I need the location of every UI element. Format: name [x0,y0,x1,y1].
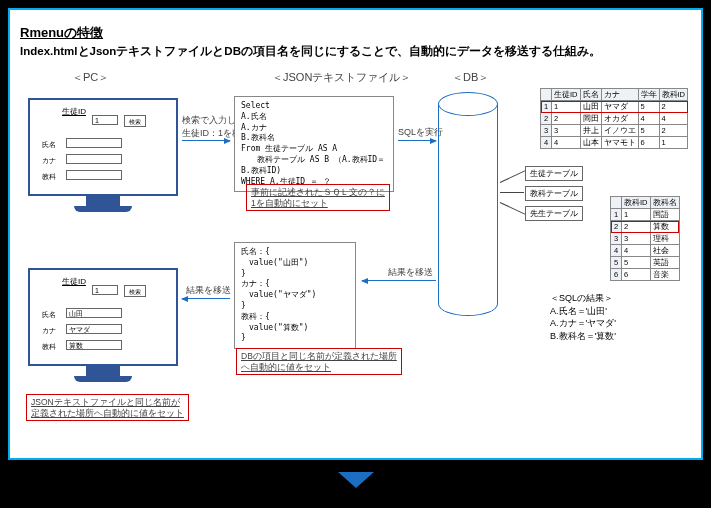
cell: 5 [638,101,659,113]
sql-box: Select A.氏名 A.カナ B.教科名 From 生徒テーブル AS A … [234,96,394,192]
json-box: 氏名：{ value("山田") } カナ：{ value("ヤマダ") } 教… [234,242,356,349]
cell: 4 [659,113,688,125]
code-line: From 生徒テーブル AS A [241,144,387,155]
field-label: 氏名 [42,140,56,150]
column-label-json: ＜JSONテキストファイル＞ [272,70,411,85]
code-line: カナ：{ [241,279,349,290]
code-line: value("算数") [241,323,349,334]
arrow-4-label: 結果を移送 [186,284,231,297]
cell: 4 [638,113,659,125]
arrow-2-label: SQLを実行 [398,126,443,139]
cell: 3 [552,125,581,137]
cell: ヤマモト [601,137,638,149]
pc-monitor-2: 生徒ID 1 検索 氏名 山田 カナ ヤマダ 教科 算数 [28,268,178,382]
col-header: 教科名 [650,197,679,209]
code-line: Select [241,101,387,112]
field-input[interactable] [66,170,122,180]
cell: 英語 [650,257,679,269]
code-line: } [241,301,349,312]
arrow-2 [398,140,436,141]
students-table: 生徒ID 氏名 カナ 学年 教科ID 11山田ヤマダ52 22岡田オカダ44 3… [540,88,688,149]
field-label: カナ [42,156,56,166]
cylinder-top [438,92,498,116]
cell: 1 [622,209,651,221]
field-input[interactable] [66,138,122,148]
column-label-db: ＜DB＞ [452,70,489,85]
code-line: A.カナ [241,123,387,134]
monitor-stand [86,366,120,376]
search-input[interactable]: 1 [92,285,118,295]
blank [611,197,622,209]
col-header: 生徒ID [552,89,581,101]
cell: 社会 [650,245,679,257]
sql-result-line: B.教科名＝'算数' [550,330,616,343]
table-row: 11国語 [611,209,680,221]
search-button[interactable]: 検索 [124,285,146,297]
pc-screen-1: 生徒ID 1 検索 氏名 カナ 教科 [28,98,178,196]
cell: 5 [622,257,651,269]
code-line: 教科：{ [241,312,349,323]
cell: 算数 [650,221,679,233]
field-label: 教科 [42,342,56,352]
monitor-stand [86,196,120,206]
triangle-icon [338,472,374,488]
search-input[interactable]: 1 [92,115,118,125]
table-button-students[interactable]: 生徒テーブル [525,166,583,181]
arrow-1 [182,140,230,141]
table-header-row: 教科ID 教科名 [611,197,680,209]
field-label: カナ [42,326,56,336]
slide-title: Rmenuの特徴 [20,24,103,42]
cell: ヤマダ [601,101,638,113]
table-row: 22算数 [611,221,680,233]
cell: 岡田 [580,113,601,125]
cell: 6 [638,137,659,149]
code-line: 教科テーブル AS B （A.教科ID＝B.教科ID) [241,155,387,177]
cell: 2 [552,113,581,125]
col-header: 教科ID [622,197,651,209]
cell: 井上 [580,125,601,137]
monitor-base [74,376,132,382]
table-button-subjects[interactable]: 教科テーブル [525,186,583,201]
cell: 山本 [580,137,601,149]
cell: 1 [659,137,688,149]
field-input[interactable] [66,154,122,164]
cell: 5 [638,125,659,137]
cell: 3 [622,233,651,245]
form-header: 生徒ID [62,106,86,117]
cell: 6 [622,269,651,281]
note-2: DBの項目と同じ名前が定義された場所 へ自動的に値をセット [236,348,402,375]
table-row: 11山田ヤマダ52 [541,101,688,113]
code-line: } [241,333,349,344]
arrow-3-label: 結果を移送 [388,266,433,279]
table-row: 44山本ヤマモト61 [541,137,688,149]
connector [500,170,526,183]
table-row: 33理科 [611,233,680,245]
field-input[interactable]: ヤマダ [66,324,122,334]
field-label: 氏名 [42,310,56,320]
code-line: } [241,269,349,280]
cell: イノウエ [601,125,638,137]
subjects-table: 教科ID 教科名 11国語 22算数 33理科 44社会 55英語 66音楽 [610,196,680,281]
search-button[interactable]: 検索 [124,115,146,127]
col-header: 氏名 [580,89,601,101]
slide: Rmenuの特徴 Index.htmlとJsonテキストファイルとDBの項目名を… [8,8,703,460]
code-line: 氏名：{ [241,247,349,258]
db-cylinder [438,92,498,318]
note-3: JSONテキストファイルと同じ名前が 定義された場所へ自動的に値をセット [26,394,189,421]
field-input[interactable]: 算数 [66,340,122,350]
cell: 2 [659,101,688,113]
cell: 山田 [580,101,601,113]
table-row: 55英語 [611,257,680,269]
sql-result-head: ＜SQLの結果＞ [550,292,616,305]
field-input[interactable]: 山田 [66,308,122,318]
cell: 4 [622,245,651,257]
col-header: 教科ID [659,89,688,101]
connector [500,192,524,193]
table-row: 22岡田オカダ44 [541,113,688,125]
table-button-teachers[interactable]: 先生テーブル [525,206,583,221]
sql-result-line: A.カナ＝'ヤマダ' [550,317,616,330]
table-header-row: 生徒ID 氏名 カナ 学年 教科ID [541,89,688,101]
table-row: 33井上イノウエ52 [541,125,688,137]
arrow-4 [182,298,230,299]
pc-screen-2: 生徒ID 1 検索 氏名 山田 カナ ヤマダ 教科 算数 [28,268,178,366]
